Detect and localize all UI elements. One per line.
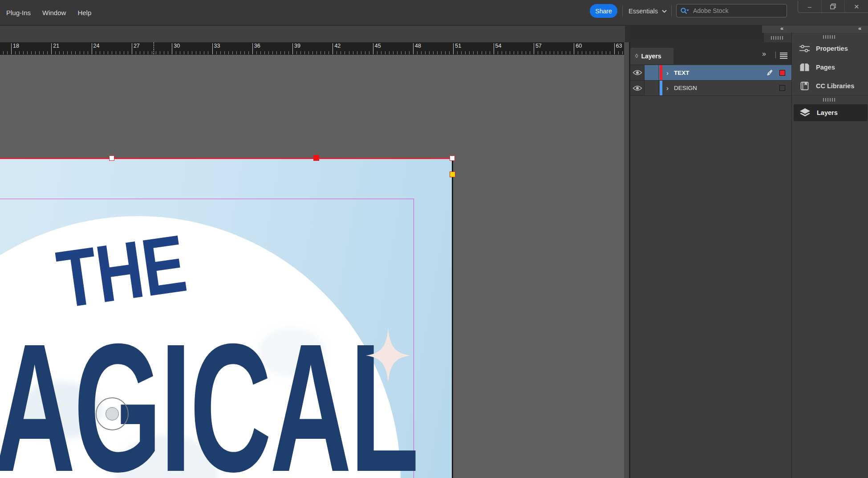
menu-plug-ins[interactable]: Plug-Ins [5,7,32,18]
indesign-window: Plug-Ins Window Help Share Essentials Ad… [0,0,868,478]
lock-cell[interactable] [645,81,659,95]
ruler-tick-minor [268,51,269,54]
ruler-tick-minor [502,51,502,54]
ruler-tick-minor [188,51,188,54]
live-corner-handle[interactable] [450,172,455,177]
ruler-tick-major [132,43,132,54]
dock-item-layers-active[interactable]: Layers [794,104,868,121]
layer-selection-swatch[interactable] [779,70,785,76]
dock-label: Properties [816,45,848,52]
share-button[interactable]: Share [590,4,617,18]
ruler-tick-minor [389,51,389,54]
ruler-tick-minor [300,51,301,54]
restore-button[interactable] [821,0,845,12]
ruler-tick-minor [236,51,237,54]
ruler-tick-minor [425,51,426,54]
ruler-tick-minor [538,51,538,54]
layers-panel [629,42,791,478]
canvas-scrollbar[interactable] [624,42,629,478]
ruler-tick-minor [365,51,365,54]
workspace-switcher[interactable]: Essentials [629,0,667,22]
dock-item-pages[interactable]: Pages [792,59,868,76]
ruler-tick-minor [144,51,144,54]
visibility-toggle[interactable] [630,65,645,80]
ruler-tick-minor [160,51,160,54]
collapse-panel-icon[interactable]: « [780,25,783,32]
layers-panel-title: Layers [641,53,661,60]
ruler-number: 63 [616,43,622,49]
ruler-tick-minor [522,51,522,54]
ruler-tick-major [172,43,172,54]
ruler-tick-major [212,43,213,54]
layer-name[interactable]: TEXT [674,69,690,76]
ruler-tick-minor [264,51,265,54]
panel-drag-grip[interactable] [764,33,791,42]
ruler-tick-minor [104,51,104,54]
horizontal-ruler[interactable]: 18212427303336394245485154576063 [0,42,624,55]
lock-cell[interactable] [645,65,659,80]
ruler-tick-minor [35,51,36,54]
expand-layer-icon[interactable]: › [666,69,671,77]
pen-edit-icon [766,69,773,77]
ruler-tick-minor [200,51,200,54]
ruler-tick-minor [43,51,44,54]
panel-menu-icon[interactable] [780,53,787,59]
ruler-tick-minor [405,51,406,54]
layer-row-design[interactable]: › DESIGN [630,81,791,95]
layer-row-text[interactable]: › TEXT [630,65,791,80]
restore-icon [830,4,836,9]
content-grabber-donut[interactable] [105,407,119,421]
layer-name[interactable]: DESIGN [674,85,697,91]
minimize-button[interactable]: – [798,0,821,12]
layers-icon [799,107,811,118]
window-controls: – × [798,0,868,13]
ruler-tick-minor [27,51,28,54]
panel-expand-icon[interactable]: » [762,50,765,58]
ruler-tick-major [574,43,574,54]
selection-handle-corner[interactable] [450,155,455,161]
menu-window[interactable]: Window [41,7,67,18]
collapse-dock-icon[interactable]: « [858,25,861,32]
dock-drag-grip[interactable] [823,98,836,102]
chevron-down-icon [662,10,667,13]
layers-panel-tab[interactable]: ◊ Layers [630,48,673,64]
selection-frame-top-edge[interactable] [0,158,453,159]
ruler-tick-minor [296,51,297,54]
ruler-tick-minor [473,51,474,54]
adobe-stock-search[interactable]: Adobe Stock [676,4,787,17]
ruler-tick-minor [602,51,602,54]
ruler-tick-minor [276,51,277,54]
dock-divider [792,95,868,95]
layer-color-bar [660,65,662,80]
ruler-tick-minor [47,51,48,54]
ruler-number: 27 [134,43,140,49]
ruler-tick-minor [486,51,486,54]
ruler-tick-minor [546,51,546,54]
menu-help[interactable]: Help [77,7,92,18]
dock-item-properties[interactable]: Properties [792,40,868,57]
ruler-tick-minor [100,51,100,54]
dock-item-cc-libraries[interactable]: CC Libraries [792,78,868,94]
ruler-number: 54 [495,43,502,49]
ruler-tick-major [413,43,414,54]
ruler-tick-minor [329,51,329,54]
dock-label: CC Libraries [816,82,854,90]
panel-header-divider [775,52,776,58]
ruler-number: 30 [174,43,180,49]
selection-handle-center[interactable] [313,155,319,161]
ruler-tick-minor [381,51,381,54]
dock-drag-grip[interactable] [823,35,836,39]
close-button[interactable]: × [844,0,868,12]
ruler-tick-minor [156,51,156,54]
visibility-toggle[interactable] [630,81,645,95]
ruler-tick-major [292,43,293,54]
expand-layer-icon[interactable]: › [666,84,671,92]
ruler-tick-minor [353,51,353,54]
ruler-number: 24 [93,43,100,49]
menubar: Plug-Ins Window Help [5,0,92,25]
selection-handle[interactable] [109,155,114,161]
ruler-tick-minor [441,51,442,54]
document-page[interactable]: THE AGICAL [0,159,453,478]
ruler-tick-minor [582,51,582,54]
layer-selection-swatch[interactable] [779,85,785,91]
